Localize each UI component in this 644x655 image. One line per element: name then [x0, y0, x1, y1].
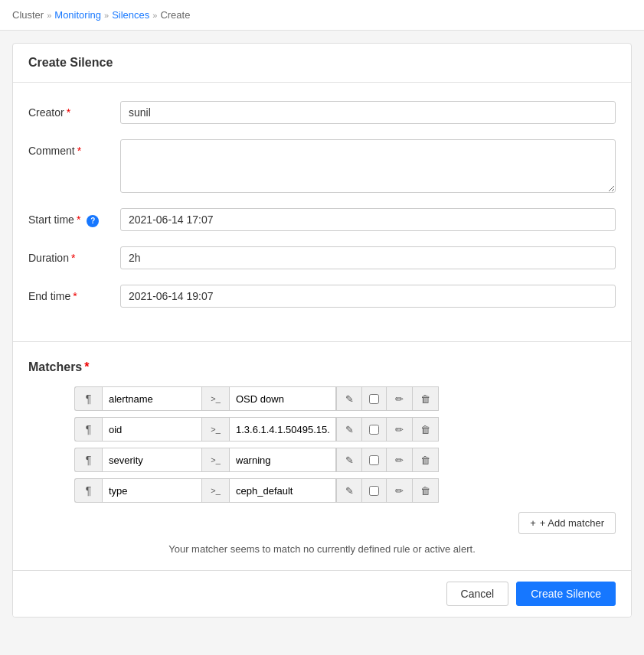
matcher-pencil-icon-3[interactable]: ✏ [387, 448, 413, 472]
table-row: ¶ >_ ✎ ✏ 🗑 [74, 417, 616, 442]
matcher-delete-icon-2[interactable]: 🗑 [413, 417, 439, 442]
matcher-checkbox-3[interactable] [362, 448, 387, 472]
create-silence-button[interactable]: Create Silence [516, 582, 616, 606]
matcher-checkbox-1[interactable] [362, 386, 387, 411]
paragraph-icon-4: ¶ [74, 478, 102, 503]
matcher-pencil-icon-4[interactable]: ✏ [387, 478, 413, 503]
card-body: Creator* Comment* Start time* ? [13, 83, 631, 341]
breadcrumb-sep-3: » [152, 11, 157, 20]
end-time-input[interactable] [120, 285, 616, 308]
page-wrapper: Create Silence Creator* Comment* [0, 31, 644, 630]
end-time-group: End time* [28, 285, 616, 308]
comment-label: Comment* [28, 139, 120, 157]
start-time-help-icon[interactable]: ? [87, 215, 99, 227]
table-row: ¶ >_ ✎ ✏ 🗑 [74, 448, 616, 472]
matcher-value-input-1[interactable] [229, 386, 336, 411]
matcher-name-input-2[interactable] [102, 417, 201, 442]
card-footer: Cancel Create Silence [13, 570, 631, 617]
paragraph-icon-2: ¶ [74, 417, 102, 442]
matchers-table: ¶ >_ ✎ ✏ 🗑 ¶ >_ ✎ ✏ [74, 386, 616, 503]
matcher-warning-text: Your matcher seems to match no currently… [28, 534, 616, 555]
paragraph-icon-3: ¶ [74, 448, 102, 472]
breadcrumb-sep-1: » [47, 11, 51, 20]
comment-textarea[interactable] [120, 139, 616, 193]
matcher-op-btn-3[interactable]: >_ [201, 448, 229, 472]
matcher-edit-icon-3[interactable]: ✎ [336, 448, 362, 472]
creator-label: Creator* [28, 101, 120, 119]
matcher-pencil-icon-2[interactable]: ✏ [387, 417, 413, 442]
comment-group: Comment* [28, 139, 616, 193]
matcher-value-input-3[interactable] [229, 448, 336, 472]
breadcrumb-create: Create [160, 9, 190, 21]
add-matcher-container: + + Add matcher [28, 512, 616, 534]
matcher-op-btn-4[interactable]: >_ [201, 478, 229, 503]
breadcrumb-sep-2: » [104, 11, 109, 20]
start-time-label: Start time* ? [28, 208, 120, 227]
start-time-group: Start time* ? [28, 208, 616, 231]
end-time-label: End time* [28, 285, 120, 302]
matcher-pencil-icon-1[interactable]: ✏ [387, 386, 413, 411]
matcher-edit-icon-2[interactable]: ✎ [336, 417, 362, 442]
cancel-button[interactable]: Cancel [446, 582, 509, 606]
matcher-name-input-4[interactable] [102, 478, 201, 503]
table-row: ¶ >_ ✎ ✏ 🗑 [74, 478, 616, 503]
matchers-section: Matchers* ¶ >_ ✎ ✏ 🗑 ¶ [13, 341, 631, 570]
add-matcher-plus-icon: + [530, 517, 536, 529]
matcher-op-btn-1[interactable]: >_ [201, 386, 229, 411]
matcher-name-input-1[interactable] [102, 386, 201, 411]
matcher-delete-icon-1[interactable]: 🗑 [413, 386, 439, 411]
start-time-input[interactable] [120, 208, 616, 231]
page-title: Create Silence [28, 56, 113, 69]
main-card: Create Silence Creator* Comment* [12, 43, 632, 618]
matcher-delete-icon-4[interactable]: 🗑 [413, 478, 439, 503]
table-row: ¶ >_ ✎ ✏ 🗑 [74, 386, 616, 411]
creator-group: Creator* [28, 101, 616, 124]
creator-input[interactable] [120, 101, 616, 124]
matcher-checkbox-4[interactable] [362, 478, 387, 503]
paragraph-icon-1: ¶ [74, 386, 102, 411]
breadcrumb-monitoring[interactable]: Monitoring [54, 9, 101, 21]
matcher-name-input-3[interactable] [102, 448, 201, 472]
duration-input[interactable] [120, 246, 616, 269]
duration-group: Duration* [28, 246, 616, 269]
add-matcher-label: + Add matcher [540, 517, 604, 529]
breadcrumb: Cluster » Monitoring » Silences » Create [0, 0, 644, 31]
matcher-value-input-4[interactable] [229, 478, 336, 503]
matcher-edit-icon-4[interactable]: ✎ [336, 478, 362, 503]
matcher-checkbox-2[interactable] [362, 417, 387, 442]
breadcrumb-cluster: Cluster [12, 9, 44, 21]
add-matcher-button[interactable]: + + Add matcher [518, 512, 616, 534]
matchers-title: Matchers* [28, 360, 616, 374]
matcher-edit-icon-1[interactable]: ✎ [336, 386, 362, 411]
breadcrumb-silences[interactable]: Silences [112, 9, 149, 21]
matcher-delete-icon-3[interactable]: 🗑 [413, 448, 439, 472]
matcher-op-btn-2[interactable]: >_ [201, 417, 229, 442]
matcher-value-input-2[interactable] [229, 417, 336, 442]
card-header: Create Silence [13, 44, 631, 83]
duration-label: Duration* [28, 246, 120, 264]
